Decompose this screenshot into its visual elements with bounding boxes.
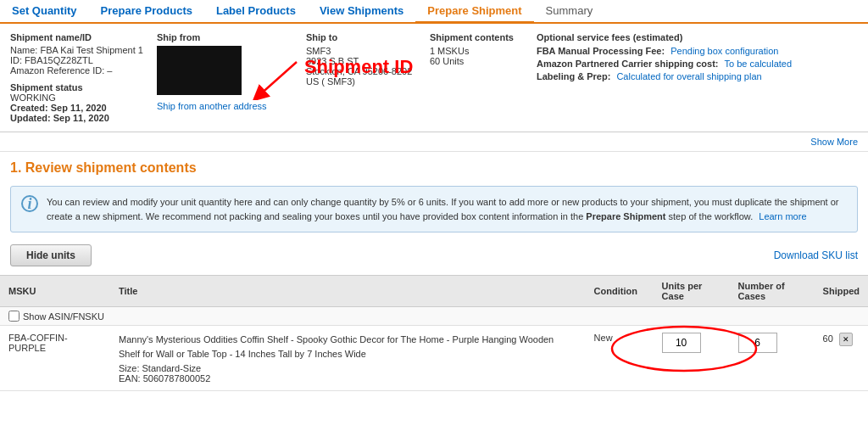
info-icon: i bbox=[21, 195, 38, 212]
shipped-value: 60 bbox=[823, 333, 833, 344]
shipment-created: Created: Sep 11, 2020 bbox=[10, 103, 143, 113]
product-table: MSKU Title Condition Units per Case Numb… bbox=[0, 275, 868, 391]
ship-from-image bbox=[157, 46, 242, 95]
ship-from-col: Ship from Ship from another address Ship… bbox=[157, 32, 292, 112]
cell-units-per-case bbox=[654, 326, 730, 391]
show-more-link[interactable]: Show More bbox=[810, 137, 858, 147]
shipment-header: Shipment name/ID Name: FBA Kai Test Ship… bbox=[0, 24, 868, 132]
labeling-row: Labeling & Prep: Calculated for overall … bbox=[537, 71, 858, 81]
info-box: i You can review and modify your unit qu… bbox=[10, 186, 858, 232]
amazon-partnered-row: Amazon Partnered Carrier shipping cost: … bbox=[537, 59, 858, 69]
contents-mskus: 1 MSKUs bbox=[430, 46, 523, 56]
fba-manual-link[interactable]: Pending box configuration bbox=[670, 46, 778, 56]
ship-from-link[interactable]: Ship from another address bbox=[157, 101, 267, 111]
tab-summary[interactable]: Summary bbox=[534, 0, 605, 22]
info-learn-more[interactable]: Learn more bbox=[759, 211, 806, 221]
labeling-label: Labeling & Prep: bbox=[537, 71, 610, 81]
amazon-ref-id: Amazon Reference ID: – bbox=[10, 65, 143, 76]
annotation-container: Shipment ID bbox=[250, 58, 413, 100]
hide-units-button[interactable]: Hide units bbox=[10, 244, 92, 266]
cell-condition: New bbox=[586, 326, 654, 391]
labeling-link[interactable]: Calculated for overall shipping plan bbox=[616, 71, 761, 81]
col-header-title: Title bbox=[110, 276, 586, 307]
ship-to-label: Ship to bbox=[306, 32, 416, 42]
col-header-units-per-case: Units per Case bbox=[654, 276, 730, 307]
cell-num-cases bbox=[730, 326, 815, 391]
svg-line-0 bbox=[259, 62, 297, 96]
contents-units: 60 Units bbox=[430, 56, 523, 66]
cell-shipped: 60 ✕ bbox=[815, 326, 868, 391]
product-title: Manny's Mysterious Oddities Coffin Shelf… bbox=[119, 333, 577, 361]
col-header-num-cases: Number of Cases bbox=[730, 276, 815, 307]
nav-tabs: Set Quantity Prepare Products Label Prod… bbox=[0, 0, 868, 24]
info-text-bold: Prepare Shipment bbox=[586, 211, 665, 221]
ship-to-line1: SMF3 bbox=[306, 46, 416, 56]
shipment-status-label: Shipment status bbox=[10, 82, 143, 92]
amazon-partnered-label: Amazon Partnered Carrier shipping cost: bbox=[537, 59, 719, 69]
table-row: FBA-COFFIN-PURPLE Manny's Mysterious Odd… bbox=[0, 326, 868, 391]
red-arrow-icon bbox=[250, 58, 301, 100]
toolbar-row: Hide units Download SKU list bbox=[0, 238, 868, 273]
info-text-part2: step of the workflow. bbox=[665, 211, 753, 221]
product-size: Size: Standard-Size bbox=[119, 363, 577, 373]
checkbox-cell: Show ASIN/FNSKU bbox=[0, 307, 868, 326]
show-asin-checkbox[interactable] bbox=[8, 311, 19, 322]
optional-fees-col: Optional service fees (estimated) FBA Ma… bbox=[537, 32, 858, 81]
shipment-contents-label: Shipment contents bbox=[430, 32, 523, 42]
table-header-row: MSKU Title Condition Units per Case Numb… bbox=[0, 276, 868, 307]
info-text-container: You can review and modify your unit quan… bbox=[47, 195, 847, 223]
section-title: 1. Review shipment contents bbox=[10, 160, 858, 176]
cell-msku: FBA-COFFIN-PURPLE bbox=[0, 326, 110, 391]
section-header: 1. Review shipment contents bbox=[0, 152, 868, 181]
download-sku-link[interactable]: Download SKU list bbox=[774, 249, 858, 261]
shipment-name-col: Shipment name/ID Name: FBA Kai Test Ship… bbox=[10, 32, 143, 123]
ship-from-label: Ship from bbox=[157, 32, 292, 42]
tab-prepare-shipment[interactable]: Prepare Shipment bbox=[415, 0, 533, 24]
tab-prepare-products[interactable]: Prepare Products bbox=[89, 0, 204, 22]
product-ean: EAN: 5060787800052 bbox=[119, 373, 577, 384]
amazon-partnered-link[interactable]: To be calculated bbox=[725, 59, 793, 69]
fba-manual-label: FBA Manual Processing Fee: bbox=[537, 46, 665, 56]
shipment-id-annotation: Shipment ID bbox=[304, 56, 413, 78]
show-asin-text: Show ASIN/FNSKU bbox=[23, 311, 104, 322]
checkbox-row: Show ASIN/FNSKU bbox=[0, 307, 868, 326]
optional-fees-label: Optional service fees (estimated) bbox=[537, 32, 858, 42]
fba-manual-row: FBA Manual Processing Fee: Pending box c… bbox=[537, 46, 858, 56]
shipment-name-label: Shipment name/ID bbox=[10, 32, 143, 42]
shipment-contents-col: Shipment contents 1 MSKUs 60 Units bbox=[430, 32, 523, 66]
shipment-status: WORKING bbox=[10, 92, 143, 103]
show-more-row: Show More bbox=[0, 132, 868, 152]
shipment-id: ID: FBA15QZ28ZTL bbox=[10, 55, 143, 65]
col-header-condition: Condition bbox=[586, 276, 654, 307]
close-button[interactable]: ✕ bbox=[839, 333, 853, 346]
tab-set-quantity[interactable]: Set Quantity bbox=[0, 0, 89, 22]
col-header-shipped: Shipped bbox=[815, 276, 868, 307]
tab-label-products[interactable]: Label Products bbox=[204, 0, 308, 22]
units-inputs-wrapper bbox=[662, 333, 701, 353]
shipment-name: Name: FBA Kai Test Shipment 1 bbox=[10, 45, 143, 55]
show-asin-label[interactable]: Show ASIN/FNSKU bbox=[8, 311, 178, 322]
cell-title: Manny's Mysterious Oddities Coffin Shelf… bbox=[110, 326, 586, 391]
num-cases-input[interactable] bbox=[738, 333, 777, 353]
col-header-msku: MSKU bbox=[0, 276, 110, 307]
shipment-updated: Updated: Sep 11, 2020 bbox=[10, 113, 143, 123]
units-per-case-input[interactable] bbox=[662, 333, 701, 353]
tab-view-shipments[interactable]: View Shipments bbox=[308, 0, 415, 22]
